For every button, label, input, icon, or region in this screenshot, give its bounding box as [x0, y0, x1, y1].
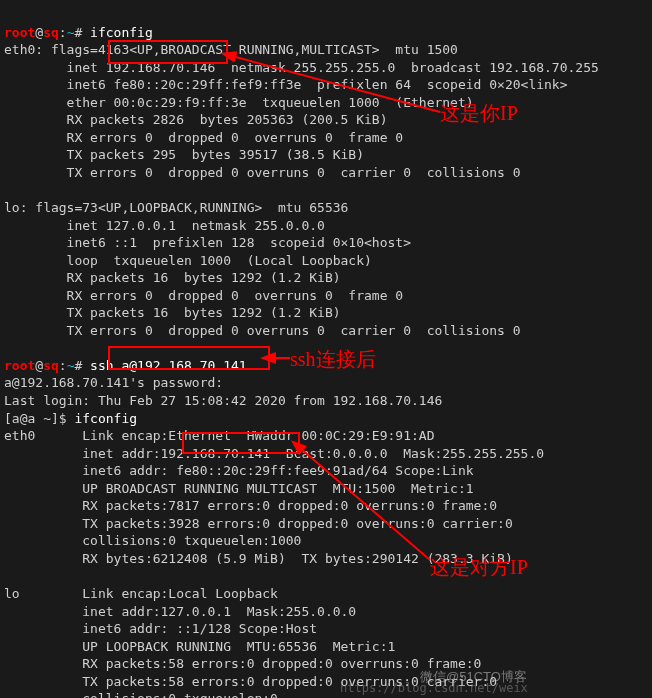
lob-line: inet addr:127.0.0.1 Mask:255.0.0.0: [4, 604, 356, 619]
lob-line: UP LOOPBACK RUNNING MTU:65536 Metric:1: [4, 639, 395, 654]
eth0-line: inet6 fe80::20c:29ff:fef9:ff3e prefixlen…: [4, 77, 568, 92]
cmd-ifconfig[interactable]: ifconfig: [90, 25, 153, 40]
eth0-line: TX errors 0 dropped 0 overruns 0 carrier…: [4, 165, 521, 180]
lob-line: RX packets:58 errors:0 dropped:0 overrun…: [4, 656, 481, 671]
prompt-user2: [a@a ~]$: [4, 411, 74, 426]
lob-line: collisions:0 txqueuelen:0: [4, 691, 278, 698]
lo-line: TX errors 0 dropped 0 overruns 0 carrier…: [4, 323, 521, 338]
ssh-line: a@192.168.70.141's password:: [4, 375, 223, 390]
eth0-line: RX packets 2826 bytes 205363 (200.5 KiB): [4, 112, 388, 127]
eth0-line: inet 192.168.70.146 netmask 255.255.255.…: [4, 60, 599, 75]
lo-line: RX packets 16 bytes 1292 (1.2 KiB): [4, 270, 341, 285]
eth0b-line: RX bytes:6212408 (5.9 MiB) TX bytes:2901…: [4, 551, 513, 566]
cmd-ifconfig-2[interactable]: ifconfig: [74, 411, 137, 426]
eth0-line: TX packets 295 bytes 39517 (38.5 KiB): [4, 147, 364, 162]
watermark-csdn: https://blog.csdn.net/weix: [340, 680, 528, 696]
prompt-user: root: [4, 25, 35, 40]
eth0b-line: collisions:0 txqueuelen:1000: [4, 533, 301, 548]
lob-line: inet6 addr: ::1/128 Scope:Host: [4, 621, 317, 636]
eth0-line: ether 00:0c:29:f9:ff:3e txqueuelen 1000 …: [4, 95, 474, 110]
lo-line: inet6 ::1 prefixlen 128 scopeid 0×10<hos…: [4, 235, 411, 250]
eth0b-line: inet6 addr: fe80::20c:29ff:fee9:91ad/64 …: [4, 463, 474, 478]
terminal-output: root@sq:~# ifconfig eth0: flags=4163<UP,…: [0, 0, 652, 698]
lo-line: inet 127.0.0.1 netmask 255.0.0.0: [4, 218, 325, 233]
eth0-line: eth0: flags=4163<UP,BROADCAST,RUNNING,MU…: [4, 42, 458, 57]
eth0b-line: TX packets:3928 errors:0 dropped:0 overr…: [4, 516, 513, 531]
lo-line: RX errors 0 dropped 0 overruns 0 frame 0: [4, 288, 403, 303]
lo-line: loop txqueuelen 1000 (Local Loopback): [4, 253, 372, 268]
ssh-line: Last login: Thu Feb 27 15:08:42 2020 fro…: [4, 393, 442, 408]
eth0b-line: RX packets:7817 errors:0 dropped:0 overr…: [4, 498, 497, 513]
prompt-host: sq: [43, 25, 59, 40]
cmd-ssh[interactable]: ssh a@192.168.70.141: [90, 358, 247, 373]
eth0b-line: inet addr:192.168.70.141 Bcast:0.0.0.0 M…: [4, 446, 544, 461]
lob-line: lo Link encap:Local Loopback: [4, 586, 278, 601]
eth0-line: RX errors 0 dropped 0 overruns 0 frame 0: [4, 130, 403, 145]
lo-line: TX packets 16 bytes 1292 (1.2 KiB): [4, 305, 341, 320]
eth0b-line: eth0 Link encap:Ethernet HWaddr 00:0C:29…: [4, 428, 434, 443]
lo-line: lo: flags=73<UP,LOOPBACK,RUNNING> mtu 65…: [4, 200, 348, 215]
eth0b-line: UP BROADCAST RUNNING MULTICAST MTU:1500 …: [4, 481, 474, 496]
